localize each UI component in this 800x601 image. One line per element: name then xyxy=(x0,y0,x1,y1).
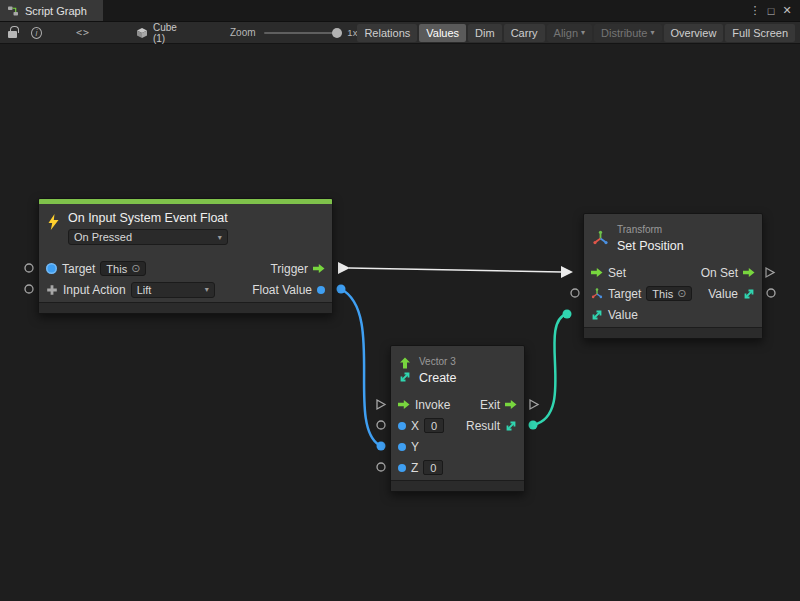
close-icon[interactable]: ✕ xyxy=(779,4,795,17)
distribute-label: Distribute xyxy=(601,27,647,39)
event-mode-dropdown[interactable]: On Pressed ▾ xyxy=(68,229,228,245)
relations-button[interactable]: Relations xyxy=(357,24,417,42)
port-exit-output[interactable] xyxy=(530,400,538,409)
values-button[interactable]: Values xyxy=(419,24,466,42)
node-vector3-create[interactable]: Vector 3 Create Invoke Exit xyxy=(390,345,525,492)
on-set-label: On Set xyxy=(701,266,738,280)
full-screen-label: Full Screen xyxy=(732,27,788,39)
dropdown-value: Lift xyxy=(137,284,152,296)
float-port-icon xyxy=(398,422,406,430)
transform-node-header: Transform Set Position xyxy=(584,214,762,262)
values-label: Values xyxy=(426,27,459,39)
input-action-icon xyxy=(46,284,58,296)
float-value-label: Float Value xyxy=(252,283,312,297)
graph-canvas[interactable]: On Input System Event Float On Pressed ▾… xyxy=(0,44,800,601)
chevron-down-icon: ▾ xyxy=(581,28,585,37)
script-graph-window: Script Graph ⋮ □ ✕ i <> Cube (1) Zoom 1x… xyxy=(0,0,800,601)
info-icon[interactable]: i xyxy=(31,27,42,39)
x-label: X xyxy=(411,419,419,433)
row-target-trigger: Target This ⊙ Trigger xyxy=(39,258,332,279)
tab-script-graph[interactable]: Script Graph xyxy=(0,0,103,21)
z-label: Z xyxy=(411,461,418,475)
set-in-arrow[interactable] xyxy=(561,266,573,278)
window-menu-icon[interactable]: ⋮ xyxy=(747,4,763,17)
vector3-icon xyxy=(505,420,517,432)
row-x-result: X 0 Result xyxy=(391,415,524,436)
input-action-label: Input Action xyxy=(63,283,126,297)
transform-icon xyxy=(592,230,609,247)
trigger-out-arrow[interactable] xyxy=(338,262,350,274)
row-invoke-exit: Invoke Exit xyxy=(391,394,524,415)
align-label: Align xyxy=(554,27,578,39)
row-target-value: Target This ⊙ Value xyxy=(584,283,762,304)
flow-arrow-icon xyxy=(398,400,410,409)
dim-button[interactable]: Dim xyxy=(468,24,502,42)
cube-icon xyxy=(136,27,148,39)
zoom-slider[interactable] xyxy=(264,27,343,39)
dropdown-value: On Pressed xyxy=(74,231,132,243)
invoke-label: Invoke xyxy=(415,398,450,412)
event-node-header: On Input System Event Float On Pressed ▾ xyxy=(39,204,332,258)
trigger-label: Trigger xyxy=(270,262,308,276)
maximize-icon[interactable]: □ xyxy=(763,5,779,17)
target-label: Target xyxy=(608,287,641,301)
y-label: Y xyxy=(411,440,419,454)
tab-bar: Script Graph ⋮ □ ✕ xyxy=(0,0,800,22)
chevron-down-icon: ▾ xyxy=(205,285,209,294)
full-screen-button[interactable]: Full Screen xyxy=(725,24,795,42)
port-invoke-input[interactable] xyxy=(377,400,385,409)
x-value-field[interactable]: 0 xyxy=(424,418,444,433)
zoom-slider-handle[interactable] xyxy=(332,28,342,38)
object-picker-icon: ⊙ xyxy=(131,262,140,275)
node-title: On Input System Event Float xyxy=(68,211,228,225)
port-z-input[interactable] xyxy=(377,463,385,471)
port-setposition-target-input[interactable] xyxy=(571,289,579,297)
graph-target-selector[interactable]: Cube (1) xyxy=(136,22,186,44)
z-value-field[interactable]: 0 xyxy=(423,460,443,475)
zoom-label: Zoom xyxy=(230,27,256,38)
node-on-input-system-event-float[interactable]: On Input System Event Float On Pressed ▾… xyxy=(38,198,333,314)
port-onset-output[interactable] xyxy=(766,268,774,277)
port-event-inputaction-input[interactable] xyxy=(25,285,33,293)
port-setposition-value-input[interactable] xyxy=(563,310,572,319)
chip-value: This xyxy=(106,263,127,275)
port-event-target-input[interactable] xyxy=(25,264,33,272)
tab-label: Script Graph xyxy=(25,5,87,17)
exit-label: Exit xyxy=(480,398,500,412)
carry-button[interactable]: Carry xyxy=(504,24,545,42)
flow-arrow-icon xyxy=(313,264,325,273)
align-button[interactable]: Align▾ xyxy=(547,24,592,42)
port-result-output[interactable] xyxy=(529,421,538,430)
port-y-input[interactable] xyxy=(377,442,386,451)
distribute-button[interactable]: Distribute▾ xyxy=(594,24,661,42)
zoom-slider-track[interactable] xyxy=(264,32,343,34)
result-label: Result xyxy=(466,419,500,433)
target-object-chip[interactable]: This ⊙ xyxy=(100,261,146,276)
arrow-up-icon xyxy=(399,357,411,369)
port-setposition-value-output[interactable] xyxy=(767,289,775,297)
zoom-value: 1x xyxy=(347,27,357,38)
lightning-icon xyxy=(47,214,60,230)
port-floatvalue-output[interactable] xyxy=(337,285,346,294)
node-transform-set-position[interactable]: Transform Set Position Set On Set xyxy=(583,213,763,339)
script-graph-icon xyxy=(7,5,19,17)
input-action-dropdown[interactable]: Lift ▾ xyxy=(131,282,215,298)
dim-label: Dim xyxy=(475,27,495,39)
float-port-icon xyxy=(398,464,406,472)
gameobject-icon xyxy=(46,263,57,274)
row-y: Y xyxy=(391,436,524,457)
row-inputaction-floatvalue: Input Action Lift ▾ Float Value xyxy=(39,279,332,300)
overview-label: Overview xyxy=(671,27,717,39)
float-port-icon xyxy=(317,286,325,294)
wire-trigger-to-set[interactable] xyxy=(338,262,573,278)
target-object-chip[interactable]: This ⊙ xyxy=(646,286,692,301)
wire-result-to-value[interactable] xyxy=(529,310,572,430)
lock-icon[interactable] xyxy=(8,31,17,38)
target-label: Cube (1) xyxy=(153,22,186,44)
object-picker-icon: ⊙ xyxy=(677,287,686,300)
row-z: Z 0 xyxy=(391,457,524,478)
overview-button[interactable]: Overview xyxy=(664,24,724,42)
code-icon[interactable]: <> xyxy=(76,27,90,38)
node-title: Create xyxy=(419,371,457,385)
port-x-input[interactable] xyxy=(377,421,385,429)
